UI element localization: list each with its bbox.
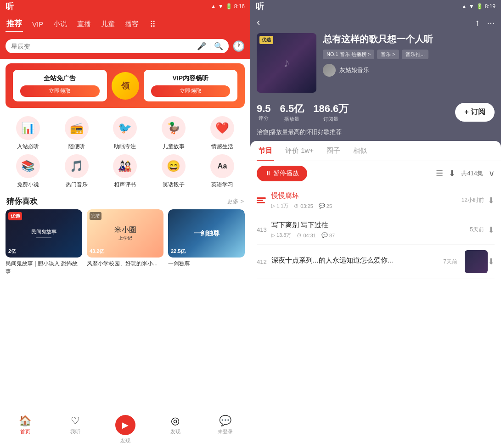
stat-subs-label: 订阅量 [323,116,338,123]
episode-item-1[interactable]: 413 写下离别 写下过往 ▷ 13.8万 ⏱ 04:31 💬 87 5天前 ⬇ [257,215,495,245]
album-details: 总有这样的歌只想一个人听 NO.1 音乐 热播榜 > 音乐 > 音乐推... 灰… [323,33,495,93]
share-icon[interactable]: ↑ [475,17,479,28]
card-title-2: 一剑独尊 [168,260,245,268]
bottom-nav-home[interactable]: 🏠 首页 [0,415,50,444]
cat-icon-1: 📻 [65,116,89,140]
episode-title-2: 深夜十点系列...的人永远知道怎么爱你... [271,256,439,265]
cat-item-1[interactable]: 📻 随便听 [54,116,99,151]
battery-icon: 🔋 [225,3,232,10]
cat-item-4[interactable]: ❤️ 情感生活 [200,116,245,151]
cat-item-2[interactable]: 🐦 助眠专注 [103,116,148,151]
content-card-1[interactable]: 米小圈 上学记 完结 43.2亿 风靡小学校园、好玩的米小... [87,209,163,275]
author-name: 灰姑娘音乐 [339,66,369,74]
search-input-box[interactable]: 🎤 🔍 [6,39,229,53]
cat-label-9: 英语学习 [211,181,233,189]
cat-item-0[interactable]: 📊 入站必听 [6,116,51,151]
search-icon[interactable]: 🔍 [214,42,223,50]
right-battery-icon: 🔋 [476,3,483,10]
cat-item-3[interactable]: 🦆 儿童故事 [151,116,196,151]
content-card-2[interactable]: 一剑独尊 22.5亿 一剑独尊 [168,209,245,275]
bottom-nav-play[interactable]: ▶ 发现 [100,415,150,444]
stat-score: 9.5 评分 [257,103,271,122]
episode-num-2: 412 [257,258,271,265]
album-tag-0[interactable]: NO.1 音乐 热播榜 > [323,50,374,59]
card-badge-0: 优选 [8,212,22,220]
bottom-nav-discover[interactable]: ◎ 发现 [150,415,200,444]
bottom-nav-profile[interactable]: 💬 未登录 [200,415,250,444]
nav-item-ertong[interactable]: 儿童 [100,18,116,30]
download-icon-0[interactable]: ⬇ [488,196,495,206]
plays-icon-0: ▷ 1.1万 [271,202,288,209]
tab-reviews[interactable]: 评价 1w+ [283,141,315,161]
nav-item-vip[interactable]: VIP [31,18,44,30]
right-signal-icon: ▲ [462,3,467,10]
cat-icon-4: ❤️ [210,116,234,140]
tab-episodes[interactable]: 节目 [257,141,274,161]
duration-icon-1: ⏱ 04:31 [297,233,316,238]
album-cover-badge: 优选 [259,36,273,44]
content-tabs: 节目 评价 1w+ 圈子 相似 [250,141,501,161]
more-options-icon[interactable]: ··· [487,17,495,28]
cat-label-3: 儿童故事 [163,143,185,151]
right-logo: 听 [256,1,264,12]
album-desc-text: 治愈|播放量最高的怀旧好歌推荐 [257,129,342,135]
mic-icon[interactable]: 🎤 [197,42,206,50]
nav-item-boke[interactable]: 播客 [124,18,140,30]
right-content: 节目 评价 1w+ 圈子 相似 ⏸ 暂停播放 ☰ ⬇ 共414集 ∨ [250,141,501,448]
stat-score-label: 评分 [259,115,269,122]
cat-item-9[interactable]: Aa 英语学习 [200,154,245,189]
episode-list: 慢慢腐坏 ▷ 1.1万 ⏱ 03:25 💬 25 12小时前 ⬇ 413 写下离… [250,186,501,448]
vip-card1-claim-btn[interactable]: 立即领取 [20,85,100,97]
nav-item-tuijian[interactable]: 推荐 [6,17,23,32]
episode-item-2[interactable]: 412 深夜十点系列...的人永远知道怎么爱你... 7天前 ⬇ [257,245,495,279]
vip-card-1: 全站免广告 立即领取 [13,70,107,101]
download-icon-1[interactable]: ⬇ [488,225,495,235]
nav-item-xiaoshuo[interactable]: 小说 [52,18,68,30]
sort-icon[interactable]: ☰ [436,168,443,179]
episode-time-1: 5天前 [470,226,484,234]
signal-icon: ▲ [211,3,216,10]
cat-item-6[interactable]: 🎵 热门音乐 [54,154,99,189]
cat-item-8[interactable]: 😄 笑话段子 [151,154,196,189]
episode-meta-1: ▷ 13.8万 ⏱ 04:31 💬 87 [271,232,466,239]
cat-item-7[interactable]: 🎎 相声评书 [103,154,148,189]
cat-label-6: 热门音乐 [66,181,88,189]
content-cards-row: 民间鬼故事 优选 2亿 民间鬼故事 | 胆小误入 恐怖故事 米小圈 上学记 完结… [0,209,250,275]
tab-circle[interactable]: 圈子 [325,141,342,161]
pause-button[interactable]: ⏸ 暂停播放 [257,166,307,181]
episode-meta-0: ▷ 1.1万 ⏱ 03:25 💬 25 [271,202,458,209]
duration-icon-0: ⏱ 03:25 [294,203,313,209]
album-tags: NO.1 音乐 热播榜 > 音乐 > 音乐推... [323,50,495,59]
nav-item-zhibo[interactable]: 直播 [76,18,92,30]
episode-item-0[interactable]: 慢慢腐坏 ▷ 1.1万 ⏱ 03:25 💬 25 12小时前 ⬇ [257,186,495,215]
cat-icon-9: Aa [210,154,234,178]
subscribe-button[interactable]: + 订阅 [455,103,495,122]
vip-card2-claim-btn[interactable]: 立即领取 [151,85,231,97]
cat-icon-7: 🎎 [113,154,137,178]
episode-num-1: 413 [257,226,271,233]
back-button[interactable]: ‹ [257,17,260,28]
content-card-0[interactable]: 民间鬼故事 优选 2亿 民间鬼故事 | 胆小误入 恐怖故事 [6,209,82,275]
comments-icon-1: 💬 87 [321,232,335,238]
album-tag-2[interactable]: 音乐推... [402,50,428,59]
comments-icon-0: 💬 25 [319,203,332,209]
complete-badge-1: 完结 [90,212,101,220]
category-grid: 📊 入站必听 📻 随便听 🐦 助眠专注 🦆 儿童故事 ❤️ 情感生活 📚 免费小… [0,112,250,192]
history-icon[interactable]: 🕐 [232,40,245,52]
download-all-icon[interactable]: ⬇ [449,168,456,179]
play-btn-nav[interactable]: ▶ [115,415,135,435]
search-input[interactable] [11,43,193,50]
album-tag-1[interactable]: 音乐 > [377,50,399,59]
more-link[interactable]: 更多 > [227,197,244,206]
playlist-controls: ⏸ 暂停播放 ☰ ⬇ 共414集 ∨ [250,161,501,186]
album-title: 总有这样的歌只想一个人听 [323,33,495,45]
tab-similar[interactable]: 相似 [351,141,369,161]
right-topbar: ‹ ↑ ··· [250,13,501,33]
nav-more-icon[interactable]: ⠿ [150,19,156,29]
cat-item-5[interactable]: 📚 免费小说 [6,154,51,189]
home-icon: 🏠 [19,415,31,427]
expand-icon[interactable]: ∨ [489,168,495,179]
download-icon-2[interactable]: ⬇ [488,257,495,267]
bottom-nav-listen[interactable]: ♡ 我听 [50,415,100,444]
bottom-nav-play-label: 发现 [120,437,130,444]
